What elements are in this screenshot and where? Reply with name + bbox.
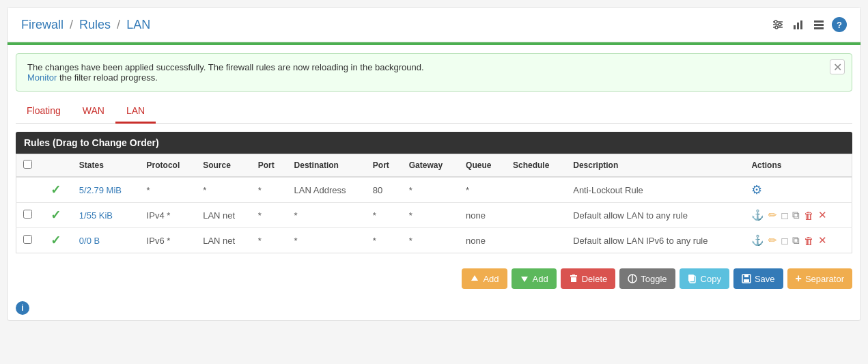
row2-check-icon: ✓	[51, 208, 61, 222]
row3-checkbox-cell	[16, 228, 44, 253]
add-down-button[interactable]: Add	[512, 268, 557, 289]
breadcrumb: Firewall / Rules / LAN	[21, 18, 150, 32]
rules-table: States Protocol Source Port Destination …	[16, 154, 852, 253]
row3-states-link[interactable]: 0/0 B	[79, 236, 100, 246]
row2-edit-icon[interactable]: ✏	[768, 209, 777, 221]
breadcrumb-firewall[interactable]: Firewall	[21, 18, 64, 31]
row3-port-dst: *	[366, 228, 402, 253]
row2-copy1-icon[interactable]: □	[781, 210, 787, 221]
row3-description: Default allow LAN IPv6 to any rule	[566, 228, 744, 253]
table-header: Rules (Drag to Change Order)	[16, 132, 852, 154]
row1-queue: *	[459, 177, 506, 203]
svg-rect-14	[571, 277, 576, 282]
select-all-checkbox[interactable]	[23, 160, 32, 169]
alert-suffix: the filter reload progress.	[57, 72, 157, 83]
alert-close-button[interactable]: ✕	[830, 59, 845, 74]
row2-checkbox[interactable]	[23, 210, 32, 219]
row2-delete-icon[interactable]: 🗑	[804, 210, 814, 221]
row3-copy1-icon[interactable]: □	[781, 235, 787, 247]
row2-port-src: *	[251, 203, 288, 228]
alert-monitor-link[interactable]: Monitor	[27, 72, 57, 83]
row3-check-icon: ✓	[51, 234, 61, 247]
delete-button[interactable]: Delete	[561, 268, 616, 289]
svg-point-3	[774, 20, 777, 23]
row3-copy2-icon[interactable]: ⧉	[792, 234, 800, 247]
action-bar: Add Add Delete Toggle Copy Save	[8, 262, 860, 296]
col-states: States	[72, 154, 140, 178]
row2-copy2-icon[interactable]: ⧉	[792, 209, 800, 221]
chart-icon[interactable]	[791, 17, 806, 32]
alert-message: The changes have been applied successful…	[27, 62, 424, 72]
page-header: Firewall / Rules / LAN ?	[8, 8, 860, 42]
row1-destination: LAN Address	[288, 177, 366, 203]
svg-point-5	[775, 26, 778, 29]
row2-anchor-icon[interactable]: ⚓	[751, 209, 764, 221]
row1-actions: ⚙	[744, 177, 852, 203]
svg-rect-16	[572, 275, 575, 276]
row3-status: ✓	[44, 228, 72, 253]
info-icon[interactable]: i	[16, 301, 29, 315]
row3-edit-icon[interactable]: ✏	[768, 234, 777, 247]
table-row: ✓ 0/0 B IPv6 * LAN net * * * * none Defa…	[16, 228, 852, 253]
row1-description: Anti-Lockout Rule	[566, 177, 744, 203]
tabs-container: Floating WAN LAN	[8, 100, 860, 124]
svg-rect-7	[797, 23, 799, 29]
row2-states: 1/55 KiB	[72, 203, 140, 228]
row3-schedule	[506, 228, 566, 253]
row2-status: ✓	[44, 203, 72, 228]
row3-anchor-icon[interactable]: ⚓	[751, 234, 764, 247]
row3-remove-icon[interactable]: ✕	[818, 234, 827, 247]
row3-states: 0/0 B	[72, 228, 140, 253]
col-schedule: Schedule	[506, 154, 566, 178]
row1-settings-icon[interactable]: ⚙	[751, 182, 762, 197]
row1-gateway: *	[402, 177, 459, 203]
tabs: Floating WAN LAN	[16, 100, 852, 124]
row3-actions: ⚓ ✏ □ ⧉ 🗑 ✕	[744, 228, 852, 253]
row2-remove-icon[interactable]: ✕	[818, 209, 827, 221]
svg-rect-9	[814, 20, 824, 23]
page-wrapper: Firewall / Rules / LAN ?	[0, 0, 868, 364]
list-icon[interactable]	[811, 17, 826, 32]
row3-source: LAN net	[196, 228, 251, 253]
row3-protocol: IPv6 *	[140, 228, 197, 253]
help-icon[interactable]: ?	[832, 17, 847, 32]
tab-floating[interactable]: Floating	[16, 100, 72, 124]
svg-rect-10	[814, 24, 824, 26]
row2-actions: ⚓ ✏ □ ⧉ 🗑 ✕	[744, 203, 852, 228]
copy-button[interactable]: Copy	[680, 268, 729, 289]
row2-states-link[interactable]: 1/55 KiB	[79, 210, 113, 221]
save-button[interactable]: Save	[733, 268, 783, 289]
row3-queue: none	[459, 228, 506, 253]
row3-delete-icon[interactable]: 🗑	[804, 235, 814, 247]
row1-states-link[interactable]: 5/2.79 MiB	[79, 185, 122, 195]
green-line	[8, 42, 860, 45]
row3-gateway: *	[402, 228, 459, 253]
row1-check-icon: ✓	[51, 183, 61, 197]
row3-checkbox[interactable]	[23, 235, 32, 244]
col-gateway: Gateway	[402, 154, 459, 178]
col-port-src: Port	[251, 154, 288, 178]
row1-checkbox-cell	[16, 177, 44, 203]
table-section: Rules (Drag to Change Order) States Prot…	[16, 132, 852, 253]
row2-gateway: *	[402, 203, 459, 228]
col-destination: Destination	[288, 154, 366, 178]
col-port-dst: Port	[366, 154, 402, 178]
row2-queue: none	[459, 203, 506, 228]
toggle-button[interactable]: Toggle	[619, 268, 675, 289]
separator-button[interactable]: + Separator	[787, 268, 852, 289]
svg-rect-20	[688, 275, 694, 281]
breadcrumb-sep2: /	[117, 18, 120, 31]
col-status	[44, 154, 72, 178]
table-row: ✓ 1/55 KiB IPv4 * LAN net * * * * none D…	[16, 203, 852, 228]
svg-marker-13	[521, 277, 528, 282]
svg-rect-8	[800, 20, 802, 29]
tab-lan[interactable]: LAN	[115, 100, 156, 124]
add-up-button[interactable]: Add	[462, 268, 507, 289]
tab-wan[interactable]: WAN	[72, 100, 115, 124]
col-actions: Actions	[744, 154, 852, 178]
svg-marker-12	[471, 275, 478, 281]
table-row: ✓ 5/2.79 MiB * * * LAN Address 80 * * An…	[16, 177, 852, 203]
breadcrumb-rules[interactable]: Rules	[79, 18, 111, 31]
svg-rect-23	[744, 275, 748, 277]
sliders-icon[interactable]	[770, 17, 785, 32]
